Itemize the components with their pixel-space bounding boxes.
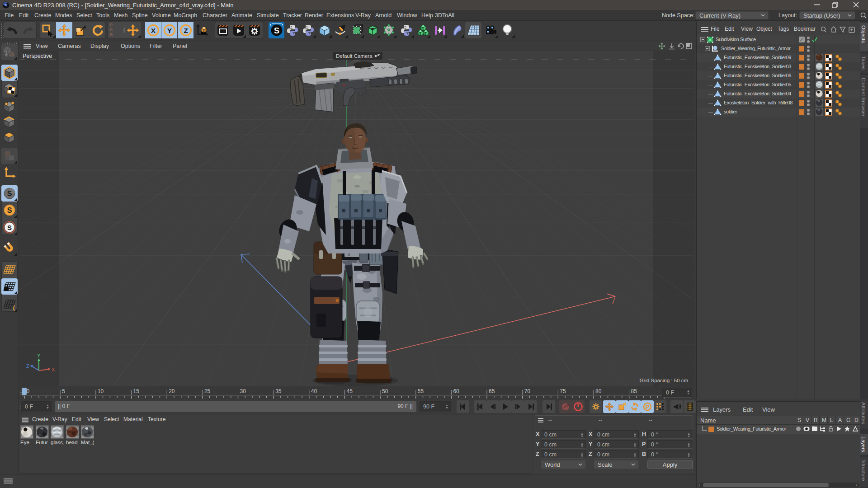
svg-text:Z: Z — [184, 27, 188, 34]
svg-text:Z: Z — [26, 363, 29, 369]
svg-text:S: S — [274, 26, 279, 35]
svg-text:15: 15 — [133, 388, 140, 394]
svg-text:20: 20 — [169, 388, 175, 394]
svg-text:S: S — [7, 206, 12, 214]
svg-text:5: 5 — [62, 388, 65, 394]
svg-text:25: 25 — [204, 388, 211, 394]
svg-text:X: X — [151, 27, 155, 34]
svg-text:S: S — [7, 224, 12, 231]
svg-text:S: S — [7, 190, 12, 197]
svg-text:X: X — [52, 367, 55, 372]
svg-text:Y: Y — [167, 27, 171, 34]
svg-text:80: 80 — [595, 388, 602, 394]
svg-text:70: 70 — [524, 388, 531, 394]
svg-text:P: P — [646, 404, 649, 410]
svg-text:0: 0 — [27, 388, 30, 394]
svg-text:30: 30 — [240, 388, 246, 394]
svg-text:35: 35 — [275, 388, 282, 394]
svg-text:40: 40 — [311, 388, 317, 394]
svg-text:10: 10 — [98, 388, 104, 394]
svg-text:45: 45 — [347, 388, 353, 394]
svg-text:65: 65 — [489, 388, 495, 394]
svg-text:75: 75 — [560, 388, 566, 394]
svg-text:Y: Y — [37, 353, 41, 358]
svg-text:50: 50 — [382, 388, 388, 394]
svg-text:60: 60 — [453, 388, 459, 394]
svg-text:85: 85 — [631, 388, 637, 394]
svg-text:55: 55 — [418, 388, 424, 394]
